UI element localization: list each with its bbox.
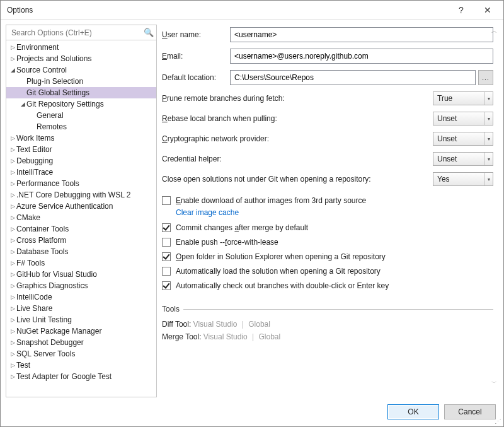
tree-node[interactable]: ▷Test Adapter for Google Test (6, 371, 156, 382)
help-button[interactable]: ? (448, 1, 474, 19)
merge-tool-global[interactable]: Global (258, 332, 280, 341)
tree-node[interactable]: ▷Live Unit Testing (6, 314, 156, 325)
browse-button[interactable]: ... (478, 70, 493, 85)
tree-node[interactable]: Remotes (6, 121, 156, 132)
tree-node[interactable]: ▷Work Items (6, 132, 156, 144)
tree-node[interactable]: ▷Text Editor (6, 144, 156, 155)
expander-icon[interactable]: ▷ (9, 339, 16, 346)
tree-node[interactable]: ▷GitHub for Visual Studio (6, 269, 156, 280)
ok-button[interactable]: OK (387, 404, 439, 419)
crypto-select[interactable]: Unset ▾ (433, 132, 493, 146)
chevron-down-icon: ▾ (484, 112, 490, 125)
tree-node[interactable]: ▷.NET Core Debugging with WSL 2 (6, 189, 156, 201)
close-button[interactable]: ✕ (474, 1, 501, 19)
category-tree[interactable]: ▷Environment▷Projects and Solutions◢Sour… (6, 40, 156, 397)
tree-node[interactable]: ▷IntelliTrace (6, 167, 156, 178)
rebase-select[interactable]: Unset ▾ (433, 112, 493, 126)
tree-node[interactable]: ▷F# Tools (6, 257, 156, 269)
expander-icon[interactable]: ▷ (9, 249, 16, 255)
expander-icon[interactable]: ▷ (9, 305, 16, 312)
tree-node-label: Git Repository Settings (26, 100, 104, 108)
tree-node[interactable]: ▷Container Tools (6, 223, 156, 235)
expander-icon[interactable]: ▷ (9, 237, 16, 243)
tree-node[interactable]: ▷Test (6, 360, 156, 371)
tree-node[interactable]: ▷Graphics Diagnostics (6, 280, 156, 291)
expander-icon[interactable]: ▷ (9, 362, 16, 368)
tree-node[interactable]: ▷Debugging (6, 155, 156, 167)
tree-node[interactable]: ▷CMake (6, 212, 156, 223)
open-folder-se-checkbox[interactable] (162, 252, 171, 261)
tree-node-label: GitHub for Visual Studio (16, 270, 97, 279)
expander-icon[interactable]: ▷ (9, 214, 16, 221)
enable-author-images-checkbox[interactable] (162, 196, 171, 205)
search-icon: 🔍 (144, 28, 154, 37)
search-box[interactable]: 🔍 (6, 25, 156, 40)
expander-icon[interactable]: ▷ (9, 56, 16, 62)
tree-node[interactable]: ▷Azure Service Authentication (6, 201, 156, 212)
tree-node[interactable]: ▷IntelliCode (6, 291, 156, 303)
expander-icon[interactable]: ▷ (9, 146, 16, 153)
tree-node[interactable]: ▷Database Tools (6, 246, 156, 257)
default-location-row: Default location: ... (162, 70, 493, 85)
expander-icon[interactable]: ▷ (9, 192, 16, 198)
tree-node[interactable]: ▷Live Share (6, 303, 156, 314)
tree-node[interactable] (6, 382, 156, 394)
tree-node-label: NuGet Package Manager (16, 327, 101, 336)
default-location-input[interactable] (230, 70, 476, 85)
merge-tool-vs[interactable]: Visual Studio (203, 332, 248, 341)
tree-node[interactable]: ▷Snapshot Debugger (6, 337, 156, 348)
tree-node-label: SQL Server Tools (16, 349, 75, 358)
expander-icon[interactable]: ▷ (9, 135, 16, 141)
tools-header: Tools (162, 305, 493, 313)
tree-node-label: Test Adapter for Google Test (16, 372, 112, 381)
expander-icon[interactable]: ▷ (9, 294, 16, 300)
default-location-label: Default location: (162, 73, 230, 82)
tree-node[interactable]: ▷Projects and Solutions (6, 53, 156, 64)
close-solutions-select[interactable]: Yes ▾ (433, 172, 493, 186)
expander-icon[interactable]: ▷ (9, 351, 16, 357)
tree-node[interactable]: Git Global Settings (6, 87, 156, 98)
tree-node[interactable]: ▷Cross Platform (6, 235, 156, 246)
expander-icon[interactable]: ▷ (9, 158, 16, 164)
auto-load-solution-checkbox[interactable] (162, 267, 171, 276)
expander-icon[interactable]: ▷ (9, 271, 16, 278)
tree-node-label: IntelliCode (16, 293, 52, 301)
expander-icon[interactable]: ▷ (9, 373, 16, 380)
diff-tool-vs[interactable]: Visual Studio (193, 320, 238, 329)
clear-image-cache-link[interactable]: Clear image cache (176, 208, 493, 217)
tree-node-label: Remotes (37, 122, 67, 131)
expander-icon[interactable]: ▷ (9, 283, 16, 289)
expander-icon[interactable]: ▷ (9, 317, 16, 323)
expander-icon[interactable]: ▷ (9, 226, 16, 232)
expander-icon[interactable]: ▷ (9, 169, 16, 175)
expander-icon[interactable]: ▷ (9, 328, 16, 334)
tree-node[interactable]: General (6, 110, 156, 121)
prune-label: Prune remote branches during fetch: (162, 94, 433, 103)
expander-icon[interactable]: ◢ (9, 67, 16, 73)
expander-icon[interactable]: ◢ (19, 101, 26, 107)
username-input[interactable] (230, 27, 493, 42)
username-label: User name: (162, 30, 230, 39)
force-with-lease-checkbox[interactable] (162, 238, 171, 247)
commit-after-merge-checkbox[interactable] (162, 223, 171, 232)
tree-node[interactable]: ◢Source Control (6, 64, 156, 76)
tree-node-label: Performance Tools (16, 179, 79, 188)
tree-node[interactable]: ◢Git Repository Settings (6, 98, 156, 110)
tree-node[interactable]: ▷Performance Tools (6, 178, 156, 189)
credential-select[interactable]: Unset ▾ (433, 152, 493, 166)
auto-checkout-checkbox[interactable] (162, 281, 171, 290)
expander-icon[interactable]: ▷ (9, 203, 16, 209)
search-input[interactable] (10, 28, 144, 38)
email-input[interactable] (230, 49, 493, 64)
prune-select[interactable]: True ▾ (433, 91, 493, 105)
tree-node[interactable]: ▷Environment (6, 42, 156, 53)
tree-node[interactable]: Plug-in Selection (6, 76, 156, 87)
expander-icon[interactable]: ▷ (9, 180, 16, 187)
expander-icon[interactable]: ▷ (9, 260, 16, 266)
cancel-button[interactable]: Cancel (444, 404, 496, 419)
tree-node[interactable]: ▷SQL Server Tools (6, 348, 156, 360)
auto-load-solution-row: Automatically load the solution when ope… (162, 267, 493, 276)
tree-node[interactable]: ▷NuGet Package Manager (6, 325, 156, 337)
expander-icon[interactable]: ▷ (9, 44, 16, 50)
diff-tool-global[interactable]: Global (248, 320, 270, 329)
